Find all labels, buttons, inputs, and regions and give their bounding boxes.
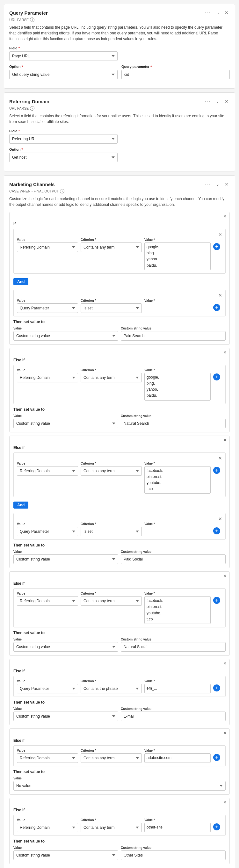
- then-value-select-1[interactable]: Custom string value: [13, 331, 118, 341]
- else-if-block-3-value-select[interactable]: Referring Domain: [17, 466, 78, 476]
- query-parameter-param-input[interactable]: [121, 70, 230, 79]
- else-if-block-2-criterion-group: Criterion * Contains any term: [81, 368, 142, 382]
- then-value-select-5[interactable]: Custom string value: [13, 712, 118, 721]
- else-if-block-5-value-select[interactable]: Query Parameter: [17, 684, 78, 693]
- referring-domain-menu-btn[interactable]: ···: [203, 98, 212, 105]
- referring-domain-field-group: Field Referring URL: [9, 129, 118, 144]
- else-if-block-4-criterion-select[interactable]: Contains any term: [81, 596, 142, 606]
- if-block-1-and-add-btn[interactable]: +: [213, 304, 220, 311]
- if-block-1-and-value-group: Value Query Parameter: [17, 299, 78, 313]
- else-if-block-4-add-btn[interactable]: +: [213, 597, 220, 604]
- else-if-block-4-valuebox[interactable]: facebook.pinterest.youtube.t.co: [144, 596, 211, 624]
- then-custom-input-3[interactable]: [121, 554, 226, 564]
- query-parameter-field-select[interactable]: Page URL: [9, 51, 118, 61]
- if-block-1-add-col: +: [213, 238, 222, 250]
- then-value-select-4[interactable]: Custom string value: [13, 642, 118, 652]
- else-if-block-7-add-btn[interactable]: +: [213, 824, 220, 830]
- else-if-block-3-condition-close[interactable]: ✕: [218, 456, 222, 460]
- if-block-1-and-criterion-select[interactable]: Is set: [81, 303, 142, 313]
- else-if-block-3-and-criterion-select[interactable]: Is set: [81, 527, 142, 536]
- then-custom-group-7: Custom string value: [121, 846, 226, 860]
- query-parameter-card: Query Parameter ··· ⌄ ✕ URL PARSE i Sele…: [4, 4, 235, 89]
- then-value-group-5: Value Custom string value: [13, 707, 118, 721]
- else-if-block-2-valuebox[interactable]: google.bing.yahoo.baidu.: [144, 373, 211, 401]
- if-block-1-criterion-select[interactable]: Contains any term: [81, 243, 142, 252]
- query-parameter-collapse-btn[interactable]: ⌄: [214, 9, 221, 16]
- referring-domain-close-btn[interactable]: ✕: [223, 98, 230, 104]
- else-if-block-2-add-btn[interactable]: +: [213, 373, 220, 380]
- else-if-block-3-and-add-btn[interactable]: +: [213, 527, 220, 534]
- referring-domain-option-select[interactable]: Get host: [9, 153, 118, 162]
- if-block-1-value-select[interactable]: Referring Domain: [17, 243, 78, 252]
- if-block-1-condition-1-close[interactable]: ✕: [218, 232, 222, 237]
- if-block-1-and-value-select[interactable]: Query Parameter: [17, 303, 78, 313]
- referring-domain-collapse-btn[interactable]: ⌄: [214, 98, 221, 104]
- else-if-block-7-value-select[interactable]: Referring Domain: [17, 823, 78, 832]
- query-parameter-info-icon[interactable]: i: [30, 18, 34, 22]
- else-if-block-3-valuebox[interactable]: facebook.pinterest.youtube.t.co: [144, 466, 211, 494]
- else-if-block-2-close[interactable]: ✕: [223, 350, 227, 355]
- query-parameter-field-label: Field: [9, 46, 118, 50]
- else-if-block-4-value-group: Value Referring Domain: [17, 592, 78, 606]
- marketing-channels-info-icon[interactable]: i: [60, 189, 64, 193]
- then-label-4: Then set value to: [13, 630, 226, 635]
- referring-domain-field-label: Field: [9, 129, 118, 133]
- else-if-block-5-close[interactable]: ✕: [223, 661, 227, 666]
- marketing-channels-menu-btn[interactable]: ···: [203, 181, 212, 188]
- query-parameter-option-select[interactable]: Get query string value: [9, 70, 118, 79]
- then-custom-input-2[interactable]: [121, 419, 226, 428]
- then-value-select-2[interactable]: Custom string value: [13, 419, 118, 428]
- if-block-1-and-close[interactable]: ✕: [218, 293, 222, 298]
- then-value-select-6[interactable]: No value: [13, 781, 226, 790]
- marketing-channels-collapse-btn[interactable]: ⌄: [214, 181, 221, 187]
- else-if-block-7-valuebox[interactable]: other-site: [144, 823, 211, 832]
- if-block-1-and-btn[interactable]: And: [13, 278, 28, 285]
- if-block-1-valuebox[interactable]: google.bing.yahoo.baidu.: [144, 243, 211, 270]
- query-parameter-option-label: Option: [9, 65, 118, 68]
- then-custom-group-3: Custom string value: [121, 550, 226, 564]
- query-parameter-param-label: Query parameter: [121, 65, 230, 68]
- then-value-select-7[interactable]: Custom string value: [13, 850, 118, 860]
- then-label-1: Then set value to: [13, 320, 226, 324]
- else-if-block-3-add-btn[interactable]: +: [213, 467, 220, 474]
- else-if-block-6-close[interactable]: ✕: [223, 731, 227, 735]
- else-if-block-5-add-btn[interactable]: +: [213, 684, 220, 691]
- else-if-block-6-value-select[interactable]: Referring Domain: [17, 753, 78, 763]
- else-if-block-4-value-select[interactable]: Referring Domain: [17, 596, 78, 606]
- referring-domain-field-select[interactable]: Referring URL: [9, 134, 118, 144]
- then-value-select-3[interactable]: Custom string value: [13, 554, 118, 564]
- marketing-channels-desc: Customize the logic for each marketing c…: [9, 196, 230, 208]
- else-if-block-2-criterion-select[interactable]: Contains any term: [81, 373, 142, 382]
- else-if-block-3-and-btn[interactable]: And: [13, 501, 28, 508]
- else-if-block-6-add-btn[interactable]: +: [213, 754, 220, 761]
- else-if-block-3-criterion-select[interactable]: Contains any term: [81, 466, 142, 476]
- referring-domain-info-icon[interactable]: i: [30, 106, 34, 111]
- else-if-block-3-close[interactable]: ✕: [223, 438, 227, 442]
- else-if-block-5-criterion-select[interactable]: Contains the phrase: [81, 684, 142, 693]
- else-if-block-7-inner: Else if Value Referring Domain Criterion…: [9, 808, 230, 864]
- then-custom-input-1[interactable]: [121, 331, 226, 341]
- else-if-block-7-criterion-select[interactable]: Contains any term: [81, 823, 142, 832]
- query-parameter-close-btn[interactable]: ✕: [223, 9, 230, 16]
- else-if-block-7-close[interactable]: ✕: [223, 800, 227, 805]
- if-block-1-add-btn[interactable]: +: [213, 243, 220, 250]
- else-if-block-6-valuebox[interactable]: adobesite.com: [144, 753, 211, 763]
- else-if-block-3-and-close[interactable]: ✕: [218, 517, 222, 521]
- else-if-block-2-value-select[interactable]: Referring Domain: [17, 373, 78, 382]
- if-block-1-close[interactable]: ✕: [223, 214, 227, 219]
- else-if-block-5-criterion-group: Criterion * Contains the phrase: [81, 679, 142, 693]
- else-if-block-3-and-value-select[interactable]: Query Parameter: [17, 527, 78, 536]
- else-if-block-6-criterion-select[interactable]: Contains any term: [81, 753, 142, 763]
- else-if-block-3-condition-row: Value Referring Domain Criterion * Conta…: [17, 462, 222, 494]
- else-if-block-5-valuebox[interactable]: em_...: [144, 684, 211, 693]
- else-if-block-4-inner: Else if Value Referring Domain Criterion…: [9, 581, 230, 655]
- then-custom-input-7[interactable]: [121, 850, 226, 860]
- marketing-channels-close-btn[interactable]: ✕: [223, 181, 230, 187]
- then-custom-input-5[interactable]: [121, 712, 226, 721]
- query-parameter-desc: Select a field that contains the page UR…: [9, 25, 230, 42]
- else-if-block-4-close[interactable]: ✕: [223, 574, 227, 578]
- marketing-channels-card: Marketing Channels ··· ⌄ ✕ CASE WHEN - F…: [4, 175, 235, 868]
- query-parameter-menu-btn[interactable]: ···: [203, 9, 212, 16]
- then-custom-input-4[interactable]: [121, 642, 226, 652]
- else-if-block-6-valuebox-group: Value * adobesite.com: [144, 749, 211, 763]
